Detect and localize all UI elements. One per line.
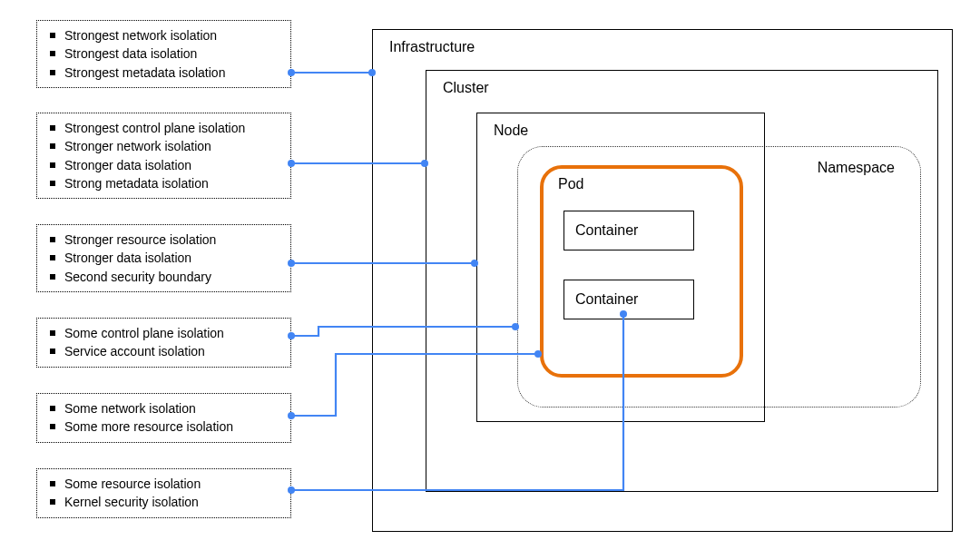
pod-box: Pod Container Container: [540, 165, 743, 378]
isolation-item: Some control plane isolation: [50, 324, 278, 342]
isolation-box-infrastructure: Strongest network isolation Strongest da…: [36, 20, 291, 88]
isolation-item: Strongest metadata isolation: [50, 64, 278, 82]
cluster-label: Cluster: [443, 80, 489, 96]
namespace-label: Namespace: [818, 160, 895, 176]
isolation-item: Second security boundary: [50, 268, 278, 286]
container-label: Container: [575, 291, 638, 308]
isolation-item: Strongest control plane isolation: [50, 119, 278, 137]
isolation-box-cluster: Strongest control plane isolation Strong…: [36, 113, 291, 199]
cluster-box: Cluster Namespace Node Pod Container Con…: [426, 70, 938, 492]
isolation-item: Some network isolation: [50, 399, 278, 417]
isolation-item: Stronger resource isolation: [50, 231, 278, 249]
isolation-item: Kernel security isolation: [50, 493, 278, 511]
isolation-item: Some more resource isolation: [50, 417, 278, 436]
isolation-item: Stronger data isolation: [50, 249, 278, 267]
isolation-item: Strongest network isolation: [50, 26, 278, 44]
isolation-box-container: Some resource isolation Kernel security …: [36, 468, 291, 518]
isolation-item: Strong metadata isolation: [50, 174, 278, 192]
container-label: Container: [575, 222, 638, 239]
isolation-item: Some resource isolation: [50, 475, 278, 493]
node-label: Node: [494, 123, 528, 139]
pod-label: Pod: [558, 176, 583, 192]
isolation-box-namespace: Some control plane isolation Service acc…: [36, 318, 291, 368]
isolation-item: Strongest data isolation: [50, 44, 278, 63]
infrastructure-label: Infrastructure: [389, 39, 475, 55]
isolation-box-node: Stronger resource isolation Stronger dat…: [36, 224, 291, 292]
container-box: Container: [564, 211, 694, 250]
infrastructure-box: Infrastructure Cluster Namespace Node Po…: [372, 29, 953, 532]
container-box: Container: [564, 280, 694, 319]
isolation-item: Service account isolation: [50, 342, 278, 360]
isolation-box-pod: Some network isolation Some more resourc…: [36, 393, 291, 443]
isolation-item: Stronger data isolation: [50, 156, 278, 174]
isolation-item: Stronger network isolation: [50, 137, 278, 155]
